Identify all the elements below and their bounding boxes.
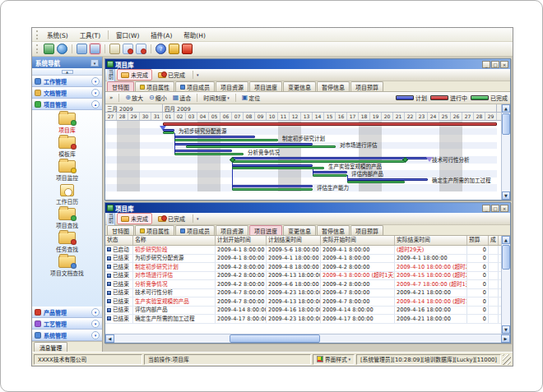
gantt-actual-bar[interactable] xyxy=(313,174,347,177)
filter-button-已完成[interactable]: 已完成 xyxy=(154,213,189,224)
vertical-scrollbar[interactable]: ▲ ▼ xyxy=(501,104,510,200)
scroll-thumb[interactable] xyxy=(502,113,510,135)
minimize-icon[interactable]: _ xyxy=(482,61,490,68)
gantt-actual-bar[interactable] xyxy=(163,131,174,134)
tab-暂停信息[interactable]: 暂停信息 xyxy=(317,225,350,235)
tab-项目资源[interactable]: 项目资源 xyxy=(216,225,248,235)
restore-icon[interactable]: □ xyxy=(491,205,499,212)
filter-button-未完成[interactable]: 未完成 xyxy=(117,213,152,224)
tab-甘特图[interactable]: 甘特图 xyxy=(107,225,134,235)
table-row[interactable]: 已启动初步研究阶段2009-4-1 8:00:002009-5-6 18:00:… xyxy=(105,246,501,255)
column-header-成[interactable]: 成 xyxy=(489,236,499,245)
table-row[interactable]: 已结束生产实验室规模的产品2009-4-7 8:00:002009-4-13 1… xyxy=(105,297,501,307)
chevron-down-icon[interactable]: ▾ xyxy=(197,216,199,221)
sidebar-item-模板库[interactable]: 模板库 xyxy=(58,136,76,158)
tab-项目成员[interactable]: 项目成员 xyxy=(175,225,215,235)
column-header-计划开始时间[interactable]: 计划开始时间 xyxy=(216,236,267,245)
tab-暂停信息[interactable]: 暂停信息 xyxy=(317,81,350,91)
sidebar-item-项目文档查找[interactable]: 项目文档查找 xyxy=(50,256,84,277)
window-del-icon[interactable] xyxy=(136,44,146,54)
lock-icon[interactable] xyxy=(169,44,179,54)
sidebar-item-工作日历[interactable]: 工作日历 xyxy=(56,184,78,205)
column-header-实际结束时间[interactable]: 实际结束时间 xyxy=(395,236,467,245)
more-buttons-icon[interactable]: » xyxy=(108,95,114,101)
scroll-down-icon[interactable]: ▼ xyxy=(502,325,510,334)
tab-项目资源[interactable]: 项目资源 xyxy=(216,81,248,91)
tab-message-manage[interactable]: 消息管理 xyxy=(34,342,67,352)
gantt-actual-bar[interactable] xyxy=(186,145,336,148)
table-row[interactable]: 已结束为初步研究分配资源2009-4-1 8:00:002009-4-1 18:… xyxy=(105,255,501,264)
gantt-actual-bar[interactable] xyxy=(232,188,313,191)
tab-项目成员[interactable]: 项目成员 xyxy=(175,81,215,91)
scroll-up-icon[interactable]: ▲ xyxy=(502,236,510,244)
menubar-grip[interactable] xyxy=(36,30,39,39)
close-icon[interactable]: × xyxy=(500,61,508,68)
menu-item-5[interactable]: 帮助(H) xyxy=(178,30,211,40)
menu-item-4[interactable]: 插件(A) xyxy=(145,30,178,40)
tab-项目进度[interactable]: 项目进度 xyxy=(249,225,282,235)
gantt-actual-bar[interactable] xyxy=(232,167,324,169)
scroll-thumb[interactable] xyxy=(230,334,320,343)
table-row[interactable]: 已结束评估内部产品2009-4-14 8:00:002009-4-16 18:0… xyxy=(105,307,501,316)
tab-项目预算[interactable]: 项目预算 xyxy=(350,81,383,91)
column-header-计划结束时间[interactable]: 计划结束时间 xyxy=(267,236,321,245)
gantt-plan-bar[interactable] xyxy=(174,136,255,138)
exit-icon[interactable] xyxy=(182,44,193,54)
sidebar-item-项目监控[interactable]: 项目监控 xyxy=(56,160,78,182)
sidebar-group-工作管理[interactable]: 工作管理▾ xyxy=(32,76,102,87)
current-folder-vertical-tab[interactable]: 当前文件夹 xyxy=(107,69,115,81)
tab-项目属性[interactable]: 项目属性 xyxy=(135,81,174,91)
timescale-button[interactable]: 时间刻度▾ xyxy=(202,94,231,102)
zoom-out-button[interactable]: ⊖缩小 xyxy=(147,94,169,102)
sidebar-group-产品管理[interactable]: 产品管理▾ xyxy=(32,307,102,318)
sidebar-item-任务查找[interactable]: 任务查找 xyxy=(56,232,78,253)
gantt-actual-bar[interactable] xyxy=(174,139,278,141)
gantt-actual-bar[interactable] xyxy=(232,160,405,163)
chevron-down-icon[interactable]: ▾ xyxy=(91,77,100,85)
sidebar-item-项目库[interactable]: 项目库 xyxy=(58,113,76,134)
gantt-plan-bar[interactable] xyxy=(232,157,428,159)
toolbar-grip[interactable] xyxy=(36,44,39,53)
chevron-down-icon[interactable]: ▾ xyxy=(197,72,199,77)
tab-变更信息[interactable]: 变更信息 xyxy=(283,225,316,235)
zoom-in-button[interactable]: ⊕放大 xyxy=(123,94,145,102)
chevron-up-icon[interactable]: ▴ xyxy=(91,100,100,108)
sidebar-collapse-icon[interactable]: ▾ xyxy=(90,59,99,67)
folder-open-icon[interactable] xyxy=(77,44,87,54)
fit-button[interactable]: ▦适合 xyxy=(171,94,193,102)
gantt-plan-bar[interactable] xyxy=(313,171,347,173)
table-row[interactable]: 已结束确定生产所需的加工过程2009-4-17 8:00:002009-4-23… xyxy=(105,315,501,324)
gantt-plan-bar[interactable] xyxy=(232,185,313,187)
column-header-名称[interactable]: 名称 xyxy=(133,236,216,245)
scroll-up-icon[interactable]: ▲ xyxy=(502,104,510,113)
tab-项目预算[interactable]: 项目预算 xyxy=(350,225,383,235)
table-row[interactable]: 已结束分析竞争情况2009-4-2 8:00:002009-4-6 18:00:… xyxy=(105,280,501,289)
scroll-thumb[interactable] xyxy=(502,245,510,270)
scroll-up-icon[interactable]: ▲ xyxy=(62,70,73,74)
filter-button-未完成[interactable]: 未完成 xyxy=(117,69,152,81)
help-icon[interactable]: ? xyxy=(155,44,166,54)
table-row[interactable]: 已结束对市场进行评估2009-4-2 8:00:002009-4-13 18:0… xyxy=(105,272,501,281)
vertical-scrollbar[interactable]: ▲ ▼ xyxy=(501,236,510,334)
save-icon[interactable] xyxy=(90,44,100,54)
sidebar-group-文档管理[interactable]: 文档管理▾ xyxy=(32,87,102,99)
close-icon[interactable]: × xyxy=(500,205,508,212)
sidebar-group-工艺管理[interactable]: 工艺管理▾ xyxy=(32,318,102,330)
tab-甘特图[interactable]: 甘特图 xyxy=(107,81,134,91)
minimize-icon[interactable]: _ xyxy=(482,205,490,212)
tab-项目属性[interactable]: 项目属性 xyxy=(135,225,174,235)
sidebar-group-系统管理[interactable]: 系统管理▾ xyxy=(32,330,102,341)
current-folder-vertical-tab[interactable]: 当前文件夹 xyxy=(107,213,115,225)
chevron-down-icon[interactable]: ▾ xyxy=(91,320,100,328)
chevron-down-icon[interactable]: ▾ xyxy=(91,308,100,316)
mail-icon[interactable] xyxy=(109,44,120,54)
window-add-icon[interactable] xyxy=(123,44,133,54)
column-header-状态[interactable]: 状态 xyxy=(105,236,133,245)
table-row[interactable]: 已结束技术可行性分析2009-4-7 8:00:002009-4-23 18:0… xyxy=(105,289,501,298)
sidebar-group-active[interactable]: 项目管理 ▴ xyxy=(32,99,102,110)
gantt-plan-bar[interactable] xyxy=(174,150,232,152)
resize-grip[interactable] xyxy=(503,354,511,365)
scroll-right-icon[interactable]: ▶ xyxy=(501,334,510,343)
sidebar-item-项目查找[interactable]: 项目查找 xyxy=(56,208,78,229)
menu-item-3[interactable]: 窗口(W) xyxy=(110,30,145,40)
